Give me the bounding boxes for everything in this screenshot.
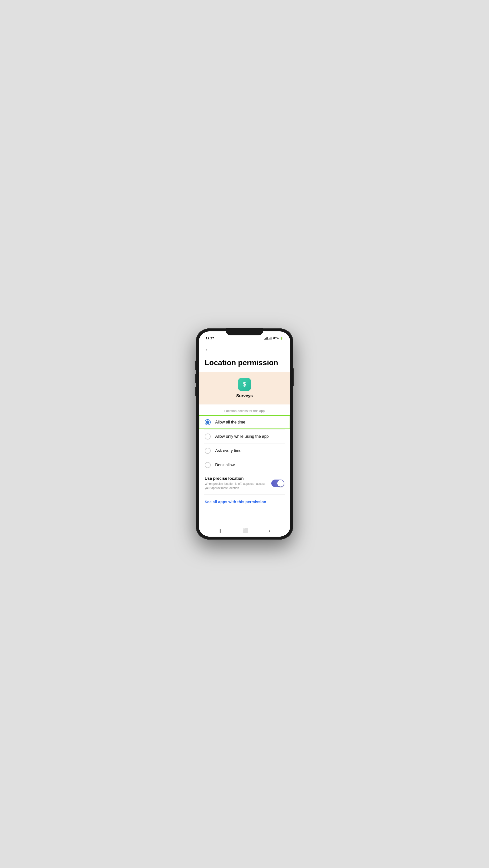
nav-home-button[interactable]	[243, 528, 248, 533]
status-time: 12:27	[206, 336, 214, 340]
battery-indicator: 86%	[273, 337, 279, 340]
signal-icon-2	[268, 337, 272, 340]
radio-circle-ask	[205, 448, 211, 454]
battery-icon: 🔋	[280, 337, 283, 340]
phone-device: 12:27 86% 🔋 ← Location permission	[196, 329, 293, 539]
app-icon: $	[238, 378, 251, 391]
radio-circle-dont	[205, 462, 211, 468]
page-title: Location permission	[199, 356, 290, 372]
section-label: Location access for this app	[199, 404, 290, 415]
precise-location-title: Use precise location	[205, 476, 267, 481]
precise-location-toggle[interactable]	[271, 479, 284, 487]
bottom-nav	[199, 524, 290, 537]
radio-circle-allow-all	[205, 419, 211, 425]
precise-location-desc: When precise location is off, apps can a…	[205, 482, 267, 490]
nav-recents-button[interactable]	[219, 529, 223, 533]
permission-section: Location access for this app Allow all t…	[199, 404, 290, 509]
header: ←	[199, 342, 290, 356]
option-label-dont: Don't allow	[215, 463, 235, 467]
back-button[interactable]: ←	[204, 345, 211, 354]
notch	[226, 329, 263, 335]
app-name: Surveys	[236, 394, 253, 399]
toggle-knob	[277, 480, 284, 487]
option-label-ask: Ask every time	[215, 448, 241, 453]
option-label-allow-all: Allow all the time	[215, 420, 245, 425]
option-allow-all-time[interactable]: Allow all the time	[199, 415, 290, 429]
see-all-apps-link[interactable]: See all apps with this permission	[199, 495, 290, 509]
option-label-while-using: Allow only while using the app	[215, 434, 268, 439]
option-allow-while-using[interactable]: Allow only while using the app	[199, 430, 290, 443]
phone-screen: 12:27 86% 🔋 ← Location permission	[199, 331, 290, 537]
radio-circle-while-using	[205, 434, 211, 439]
status-right: 86% 🔋	[264, 337, 283, 340]
option-dont-allow[interactable]: Don't allow	[199, 458, 290, 472]
precise-location-row: Use precise location When precise locati…	[199, 472, 290, 494]
signal-icon	[264, 337, 267, 340]
app-icon-symbol: $	[243, 381, 246, 388]
precise-location-text: Use precise location When precise locati…	[205, 476, 267, 490]
app-banner: $ Surveys	[199, 372, 290, 404]
nav-back-button[interactable]	[268, 527, 270, 534]
screen-content: ← Location permission $ Surveys Location…	[199, 342, 290, 537]
option-ask-every-time[interactable]: Ask every time	[199, 444, 290, 458]
